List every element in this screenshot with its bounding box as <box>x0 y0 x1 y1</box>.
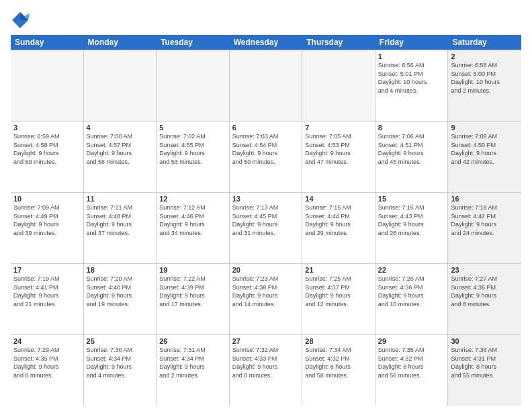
calendar-cell: 11Sunrise: 7:11 AM Sunset: 4:48 PM Dayli… <box>84 193 157 263</box>
day-number: 22 <box>378 266 445 274</box>
day-info: Sunrise: 7:05 AM Sunset: 4:53 PM Dayligh… <box>305 132 372 166</box>
calendar-cell: 30Sunrise: 7:36 AM Sunset: 4:31 PM Dayli… <box>448 335 521 406</box>
day-number: 12 <box>159 195 226 203</box>
day-info: Sunrise: 7:22 AM Sunset: 4:39 PM Dayligh… <box>159 275 226 308</box>
calendar-cell: 15Sunrise: 7:16 AM Sunset: 4:43 PM Dayli… <box>375 193 449 263</box>
page-header <box>11 11 521 30</box>
calendar-cell: 17Sunrise: 7:19 AM Sunset: 4:41 PM Dayli… <box>11 264 84 334</box>
day-number: 9 <box>451 124 519 132</box>
calendar-cell: 3Sunrise: 6:59 AM Sunset: 4:58 PM Daylig… <box>11 122 84 192</box>
day-info: Sunrise: 7:09 AM Sunset: 4:49 PM Dayligh… <box>13 203 81 237</box>
calendar-week-row: 10Sunrise: 7:09 AM Sunset: 4:49 PM Dayli… <box>11 192 521 263</box>
calendar-cell: 2Sunrise: 6:58 AM Sunset: 5:00 PM Daylig… <box>448 50 521 121</box>
day-info: Sunrise: 7:31 AM Sunset: 4:34 PM Dayligh… <box>159 346 226 379</box>
calendar-page: SundayMondayTuesdayWednesdayThursdayFrid… <box>0 0 532 411</box>
calendar-cell: 18Sunrise: 7:20 AM Sunset: 4:40 PM Dayli… <box>84 264 157 334</box>
calendar-cell: 24Sunrise: 7:29 AM Sunset: 4:35 PM Dayli… <box>11 335 84 406</box>
header-day: Friday <box>375 35 449 50</box>
calendar-cell: 29Sunrise: 7:35 AM Sunset: 4:32 PM Dayli… <box>375 335 449 406</box>
calendar-cell: 8Sunrise: 7:06 AM Sunset: 4:51 PM Daylig… <box>375 122 449 192</box>
day-number: 2 <box>451 52 519 60</box>
calendar-week-row: 24Sunrise: 7:29 AM Sunset: 4:35 PM Dayli… <box>11 334 521 406</box>
calendar-cell: 20Sunrise: 7:23 AM Sunset: 4:38 PM Dayli… <box>230 264 303 334</box>
header-day: Thursday <box>302 35 375 50</box>
day-number: 14 <box>305 195 372 203</box>
day-info: Sunrise: 6:59 AM Sunset: 4:58 PM Dayligh… <box>13 132 81 166</box>
day-info: Sunrise: 6:56 AM Sunset: 5:01 PM Dayligh… <box>378 61 445 95</box>
calendar-cell: 13Sunrise: 7:13 AM Sunset: 4:45 PM Dayli… <box>230 193 303 263</box>
calendar-body: 1Sunrise: 6:56 AM Sunset: 5:01 PM Daylig… <box>11 50 521 406</box>
day-info: Sunrise: 7:27 AM Sunset: 4:36 PM Dayligh… <box>451 275 519 308</box>
day-info: Sunrise: 7:11 AM Sunset: 4:48 PM Dayligh… <box>87 203 154 237</box>
day-number: 13 <box>232 195 300 203</box>
day-info: Sunrise: 7:30 AM Sunset: 4:34 PM Dayligh… <box>87 346 154 379</box>
day-number: 23 <box>451 266 519 274</box>
day-info: Sunrise: 7:18 AM Sunset: 4:42 PM Dayligh… <box>451 203 519 237</box>
day-number: 21 <box>305 266 372 274</box>
header-day: Tuesday <box>157 35 230 50</box>
header-day: Monday <box>84 35 157 50</box>
day-number: 24 <box>13 337 81 345</box>
calendar-cell: 5Sunrise: 7:02 AM Sunset: 4:55 PM Daylig… <box>157 122 230 192</box>
calendar-cell: 23Sunrise: 7:27 AM Sunset: 4:36 PM Dayli… <box>448 264 521 334</box>
day-number: 10 <box>13 195 81 203</box>
day-info: Sunrise: 7:03 AM Sunset: 4:54 PM Dayligh… <box>232 132 300 166</box>
day-number: 6 <box>232 124 300 132</box>
header-day: Wednesday <box>230 35 303 50</box>
calendar-cell <box>230 50 303 121</box>
header-day: Saturday <box>448 35 521 50</box>
calendar-cell <box>84 50 157 121</box>
day-info: Sunrise: 7:32 AM Sunset: 4:33 PM Dayligh… <box>232 346 300 379</box>
day-number: 17 <box>13 266 81 274</box>
day-number: 26 <box>159 337 226 345</box>
day-number: 27 <box>232 337 300 345</box>
day-number: 30 <box>451 337 519 345</box>
calendar-cell: 16Sunrise: 7:18 AM Sunset: 4:42 PM Dayli… <box>448 193 521 263</box>
logo-icon <box>11 11 30 30</box>
day-number: 4 <box>87 124 154 132</box>
calendar-cell <box>157 50 230 121</box>
calendar-cell: 4Sunrise: 7:00 AM Sunset: 4:57 PM Daylig… <box>84 122 157 192</box>
calendar-cell <box>11 50 84 121</box>
day-number: 28 <box>305 337 372 345</box>
day-info: Sunrise: 7:13 AM Sunset: 4:45 PM Dayligh… <box>232 203 300 237</box>
calendar-cell: 12Sunrise: 7:12 AM Sunset: 4:46 PM Dayli… <box>157 193 230 263</box>
day-info: Sunrise: 7:19 AM Sunset: 4:41 PM Dayligh… <box>13 275 81 308</box>
calendar-cell: 25Sunrise: 7:30 AM Sunset: 4:34 PM Dayli… <box>84 335 157 406</box>
day-number: 16 <box>451 195 519 203</box>
calendar-cell: 6Sunrise: 7:03 AM Sunset: 4:54 PM Daylig… <box>230 122 303 192</box>
day-number: 29 <box>378 337 445 345</box>
day-number: 20 <box>232 266 300 274</box>
calendar-cell: 19Sunrise: 7:22 AM Sunset: 4:39 PM Dayli… <box>157 264 230 334</box>
day-info: Sunrise: 7:34 AM Sunset: 4:32 PM Dayligh… <box>305 346 372 379</box>
day-info: Sunrise: 7:23 AM Sunset: 4:38 PM Dayligh… <box>232 275 300 308</box>
calendar-cell: 22Sunrise: 7:26 AM Sunset: 4:36 PM Dayli… <box>375 264 449 334</box>
calendar-cell: 10Sunrise: 7:09 AM Sunset: 4:49 PM Dayli… <box>11 193 84 263</box>
day-info: Sunrise: 7:29 AM Sunset: 4:35 PM Dayligh… <box>13 346 81 379</box>
calendar: SundayMondayTuesdayWednesdayThursdayFrid… <box>11 35 521 406</box>
day-number: 19 <box>159 266 226 274</box>
day-info: Sunrise: 7:12 AM Sunset: 4:46 PM Dayligh… <box>159 203 226 237</box>
calendar-week-row: 17Sunrise: 7:19 AM Sunset: 4:41 PM Dayli… <box>11 263 521 334</box>
calendar-cell: 7Sunrise: 7:05 AM Sunset: 4:53 PM Daylig… <box>302 122 375 192</box>
calendar-cell: 28Sunrise: 7:34 AM Sunset: 4:32 PM Dayli… <box>302 335 375 406</box>
day-info: Sunrise: 6:58 AM Sunset: 5:00 PM Dayligh… <box>451 61 519 95</box>
day-info: Sunrise: 7:25 AM Sunset: 4:37 PM Dayligh… <box>305 275 372 308</box>
calendar-cell <box>302 50 375 121</box>
day-number: 25 <box>87 337 154 345</box>
day-info: Sunrise: 7:06 AM Sunset: 4:51 PM Dayligh… <box>378 132 445 166</box>
calendar-cell: 14Sunrise: 7:15 AM Sunset: 4:44 PM Dayli… <box>302 193 375 263</box>
day-info: Sunrise: 7:26 AM Sunset: 4:36 PM Dayligh… <box>378 275 445 308</box>
day-info: Sunrise: 7:35 AM Sunset: 4:32 PM Dayligh… <box>378 346 445 379</box>
day-info: Sunrise: 7:02 AM Sunset: 4:55 PM Dayligh… <box>159 132 226 166</box>
day-info: Sunrise: 7:16 AM Sunset: 4:43 PM Dayligh… <box>378 203 445 237</box>
calendar-week-row: 3Sunrise: 6:59 AM Sunset: 4:58 PM Daylig… <box>11 121 521 192</box>
day-info: Sunrise: 7:00 AM Sunset: 4:57 PM Dayligh… <box>87 132 154 166</box>
calendar-cell: 21Sunrise: 7:25 AM Sunset: 4:37 PM Dayli… <box>302 264 375 334</box>
day-info: Sunrise: 7:08 AM Sunset: 4:50 PM Dayligh… <box>451 132 519 166</box>
day-number: 1 <box>378 52 445 60</box>
calendar-week-row: 1Sunrise: 6:56 AM Sunset: 5:01 PM Daylig… <box>11 50 521 121</box>
day-number: 8 <box>378 124 445 132</box>
calendar-cell: 27Sunrise: 7:32 AM Sunset: 4:33 PM Dayli… <box>230 335 303 406</box>
calendar-cell: 9Sunrise: 7:08 AM Sunset: 4:50 PM Daylig… <box>448 122 521 192</box>
